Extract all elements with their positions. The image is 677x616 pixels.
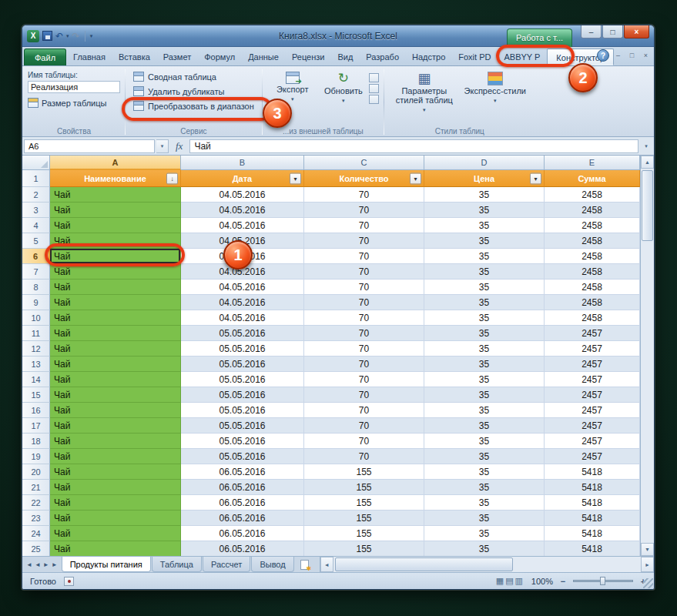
tab-insert[interactable]: Вставка: [112, 49, 156, 65]
cell-price[interactable]: 35: [424, 218, 545, 233]
page-break-view-icon[interactable]: ▥: [515, 576, 523, 586]
next-sheet-icon[interactable]: ►: [43, 561, 49, 568]
cell-name[interactable]: Чай: [50, 203, 181, 218]
row-header[interactable]: 25: [22, 541, 50, 556]
cell-sum[interactable]: 2458: [545, 310, 640, 326]
cell-qty[interactable]: 70: [304, 372, 424, 387]
scroll-down-icon[interactable]: ▼: [641, 543, 654, 556]
cell-name[interactable]: Чай: [50, 403, 181, 418]
cell-price[interactable]: 35: [424, 418, 545, 434]
resize-table-button[interactable]: Размер таблицы: [28, 98, 120, 108]
cell-name[interactable]: Чай: [50, 480, 181, 495]
cell-price[interactable]: 35: [424, 480, 545, 495]
filter-dropdown-icon[interactable]: ▾: [530, 172, 541, 184]
cell-name[interactable]: Чай: [50, 295, 181, 310]
cell-date[interactable]: 04.05.2016: [181, 310, 304, 326]
cell-name[interactable]: Чай: [50, 280, 181, 295]
cell-qty[interactable]: 70: [304, 357, 424, 372]
workbook-close-icon[interactable]: ×: [641, 52, 651, 59]
vertical-scroll-track[interactable]: [641, 169, 654, 543]
cell-date[interactable]: 05.05.2016: [181, 403, 304, 418]
page-layout-view-icon[interactable]: ▤: [505, 576, 513, 586]
table-style-options-button[interactable]: ▦ Параметры стилей таблиц ▾: [389, 69, 460, 126]
tab-formulas[interactable]: Формул: [198, 49, 241, 65]
cell-qty[interactable]: 70: [304, 233, 424, 249]
cell-qty[interactable]: 70: [304, 249, 424, 264]
close-button[interactable]: ×: [624, 25, 649, 38]
column-header-a[interactable]: A: [50, 156, 181, 170]
cell-price[interactable]: 35: [424, 357, 545, 372]
row-header[interactable]: 10: [22, 310, 50, 326]
select-all-corner[interactable]: [22, 156, 50, 170]
sort-filter-icon[interactable]: ↓: [166, 172, 178, 184]
undo-dropdown-icon[interactable]: ▾: [66, 33, 69, 39]
row-header[interactable]: 9: [22, 295, 50, 310]
cell-name[interactable]: Чай: [50, 187, 181, 203]
cell-name[interactable]: Чай: [50, 541, 181, 556]
sheet-tab-output[interactable]: Вывод: [251, 557, 293, 572]
last-sheet-icon[interactable]: ►: [52, 561, 58, 568]
cell-sum[interactable]: 2458: [545, 295, 640, 310]
minimize-button[interactable]: –: [581, 25, 602, 38]
cell-name[interactable]: Чай: [50, 326, 181, 341]
cell-price[interactable]: 35: [424, 464, 545, 480]
row-header[interactable]: 18: [22, 434, 50, 449]
row-header[interactable]: 7: [22, 264, 50, 280]
sheet-tab-calc[interactable]: Рассчет: [203, 557, 251, 572]
cell-sum[interactable]: 2458: [545, 187, 640, 203]
tab-addins[interactable]: Надстро: [406, 49, 451, 65]
filter-dropdown-icon[interactable]: ▾: [290, 172, 301, 184]
cell-date[interactable]: 06.05.2016: [181, 526, 304, 541]
external-properties-icon[interactable]: [369, 73, 379, 82]
cell-sum[interactable]: 2457: [545, 326, 640, 341]
column-header-d[interactable]: D: [424, 156, 545, 170]
column-header-b[interactable]: B: [181, 156, 304, 170]
header-cell-price[interactable]: Цена ▾: [424, 170, 545, 187]
cell-name[interactable]: Чай: [50, 495, 181, 511]
cell-sum[interactable]: 2458: [545, 249, 640, 264]
insert-sheet-button[interactable]: [295, 557, 315, 572]
vertical-scrollbar[interactable]: ▲ ▼: [640, 156, 654, 556]
formula-input[interactable]: Чай: [189, 139, 638, 153]
cell-date[interactable]: 04.05.2016: [181, 203, 304, 218]
cell-qty[interactable]: 70: [304, 434, 424, 449]
horizontal-scroll-thumb[interactable]: [335, 557, 514, 571]
cell-sum[interactable]: 2457: [545, 341, 640, 357]
sheet-tab-products[interactable]: Продукты питания: [62, 557, 151, 572]
zoom-level[interactable]: 100%: [528, 577, 553, 586]
cell-name[interactable]: Чай: [50, 264, 181, 280]
row-header[interactable]: 19: [22, 449, 50, 464]
header-cell-qty[interactable]: Количество ▾: [304, 170, 424, 187]
row-header[interactable]: 15: [22, 387, 50, 403]
cell-sum[interactable]: 2458: [545, 280, 640, 295]
cell-qty[interactable]: 70: [304, 295, 424, 310]
cell-date[interactable]: 05.05.2016: [181, 357, 304, 372]
sheet-tab-table[interactable]: Таблица: [152, 557, 202, 572]
cell-qty[interactable]: 70: [304, 403, 424, 418]
cell-sum[interactable]: 5418: [545, 480, 640, 495]
cell-qty[interactable]: 155: [304, 526, 424, 541]
cell-price[interactable]: 35: [424, 203, 545, 218]
row-header[interactable]: 16: [22, 403, 50, 418]
row-header[interactable]: 17: [22, 418, 50, 434]
row-header-1[interactable]: 1: [22, 170, 50, 187]
cell-price[interactable]: 35: [424, 187, 545, 203]
undo-icon[interactable]: ↶: [55, 32, 63, 41]
cell-date[interactable]: 04.05.2016: [181, 280, 304, 295]
cell-qty[interactable]: 70: [304, 203, 424, 218]
tab-home[interactable]: Главная: [67, 49, 112, 65]
cell-sum[interactable]: 2458: [545, 264, 640, 280]
pivot-table-button[interactable]: Сводная таблица: [130, 69, 257, 84]
row-header[interactable]: 11: [22, 326, 50, 341]
cell-sum[interactable]: 5418: [545, 526, 640, 541]
row-header[interactable]: 4: [22, 218, 50, 233]
tab-file[interactable]: Файл: [24, 49, 66, 65]
cell-name[interactable]: Чай: [50, 372, 181, 387]
cell-price[interactable]: 35: [424, 249, 545, 264]
column-header-e[interactable]: E: [545, 156, 640, 170]
cell-price[interactable]: 35: [424, 495, 545, 511]
row-header[interactable]: 8: [22, 280, 50, 295]
row-header[interactable]: 23: [22, 511, 50, 526]
cell-sum[interactable]: 5418: [545, 464, 640, 480]
scroll-up-icon[interactable]: ▲: [641, 156, 654, 169]
